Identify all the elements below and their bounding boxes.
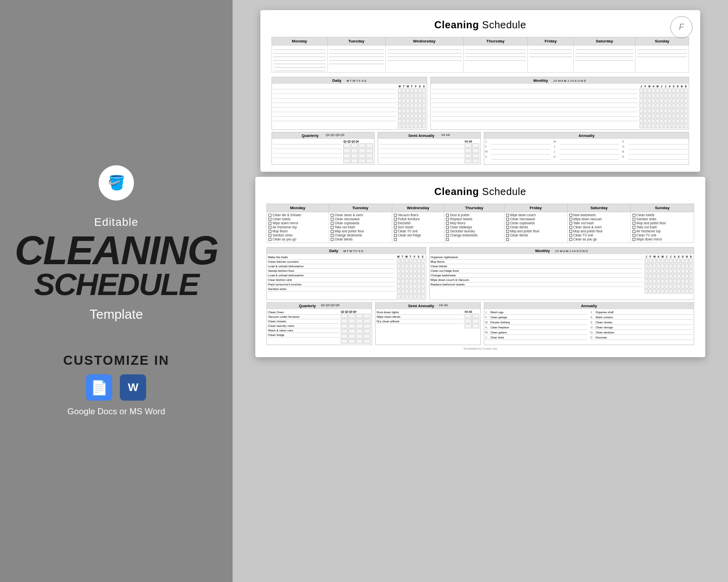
list-item: Declutter laundry bbox=[446, 229, 502, 233]
semi-annually-content: H1H2 bbox=[378, 139, 480, 164]
b-day-header-sat: Saturday bbox=[567, 204, 630, 212]
bottom-title-bold: Cleaning bbox=[434, 186, 479, 197]
list-item bbox=[432, 108, 638, 112]
list-item: Load & unload dishwasher bbox=[268, 264, 395, 269]
list-item bbox=[273, 108, 396, 112]
list-item: Clean cupboards bbox=[506, 221, 566, 225]
list-item: Wash & clean cars bbox=[268, 328, 340, 333]
list-item: Vacuum floors bbox=[394, 213, 443, 217]
list-item: DDecorate bbox=[590, 335, 693, 340]
list-item bbox=[628, 145, 688, 150]
list-item: Clean kitchen counters bbox=[268, 260, 395, 264]
b-annually-content: JWash rugs FClean garage MDonate clothin… bbox=[484, 309, 694, 341]
b-quarterly-grid: Q1Q2Q3Q4 bbox=[341, 310, 371, 344]
list-item: Clean microwave bbox=[506, 217, 566, 221]
list-item: Clean cupboards bbox=[331, 221, 390, 225]
list-item bbox=[491, 140, 551, 144]
b-monthly-grid: JFMAMJJASOND bbox=[645, 255, 693, 294]
list-item: Take out trash bbox=[632, 225, 692, 229]
list-item: Sanitize sinks bbox=[632, 217, 692, 221]
semi-annually-section: Semi Annually H1 H2 H1H2 bbox=[378, 132, 481, 165]
list-item bbox=[432, 103, 638, 108]
list-item: OClean storage bbox=[590, 325, 693, 330]
bottom-weekly-table: Monday Tuesday Wednesday Thursday Friday… bbox=[266, 204, 694, 243]
list-item: Mop floors bbox=[431, 260, 644, 264]
list-item: Replace towels bbox=[446, 217, 502, 221]
list-item: FClean garage bbox=[485, 315, 587, 320]
quarterly-header: Quarterly Q1 Q2 Q3 Q4 bbox=[272, 132, 374, 139]
list-item: NClean windows bbox=[590, 330, 693, 335]
top-card-title: Cleaning Schedule bbox=[271, 19, 689, 31]
list-item bbox=[491, 145, 551, 150]
list-item: Dust down lights bbox=[377, 310, 464, 315]
list-item: Sanitize sinks bbox=[268, 233, 327, 237]
list-item: JWash rugs bbox=[485, 310, 587, 315]
customize-in-label: CUSTOMIZE IN bbox=[63, 353, 169, 368]
daily-section: Daily M T W T F S S bbox=[271, 77, 427, 130]
schedule-title: SCHEDULE bbox=[34, 270, 198, 300]
b-monthly-header: Monthly J F M A M J J A S O N D bbox=[430, 248, 694, 254]
list-item: MDonate clothing bbox=[485, 320, 587, 325]
daily-content: MTWTFSS bbox=[272, 84, 427, 129]
list-item: MClean gutters bbox=[485, 330, 587, 335]
list-item: Clean toilets bbox=[268, 217, 327, 221]
list-item bbox=[379, 149, 464, 154]
b-semi-annually-labels: Dust down lights Wipe down blinds Dry cl… bbox=[377, 310, 464, 328]
list-item: Clean blinds bbox=[431, 264, 644, 269]
list-item: Dust & polish bbox=[446, 213, 502, 217]
cleaning-icon: 🪣 bbox=[99, 165, 134, 201]
top-footer-sections: Quarterly Q1 Q2 Q3 Q4 Q1Q2Q3Q4 bbox=[271, 132, 689, 165]
b-quarterly-labels: Clean Oven Vacuum under furniture Clean … bbox=[268, 310, 340, 344]
bottom-bottom-sections: Daily M T W T F S S Make the beds Clean … bbox=[266, 247, 694, 300]
top-title-normal: Schedule bbox=[479, 19, 526, 30]
day-header-tue: Tuesday bbox=[327, 37, 385, 45]
table-row: Clean tile & Shower Clean toilets Wipe d… bbox=[267, 212, 694, 243]
day-header-wed: Wednesday bbox=[385, 37, 463, 45]
ms-word-icon: W bbox=[120, 374, 146, 401]
list-item bbox=[273, 117, 396, 121]
top-title-bold: Cleaning bbox=[434, 19, 479, 30]
list-item bbox=[560, 155, 619, 160]
b-daily-section: Daily M T W T F S S Make the beds Clean … bbox=[266, 247, 426, 300]
list-item: Change bedsheets bbox=[331, 233, 390, 237]
b-annually-section: Annually JWash rugs FClean garage MDonat… bbox=[484, 302, 694, 345]
annually-labels: J F M A bbox=[485, 140, 551, 160]
annually-content: J F M A M J J A S O N D bbox=[484, 139, 689, 161]
list-item: Clean stove & oven bbox=[569, 225, 629, 229]
list-item: Wipe down couch & Vacuum bbox=[431, 278, 644, 282]
list-item bbox=[560, 140, 619, 144]
list-item bbox=[273, 103, 396, 108]
list-item: Make the beds bbox=[268, 255, 395, 260]
list-item: Mop and polish floor bbox=[569, 229, 629, 233]
list-item: Wipe down mirror bbox=[632, 237, 692, 241]
list-item: Sanitize sinks bbox=[268, 287, 395, 292]
list-item: Sweep kitchen floor bbox=[268, 269, 395, 273]
list-item: AClean fireplace bbox=[485, 325, 587, 330]
list-item: Sort closet bbox=[394, 225, 443, 229]
b-daily-content: Make the beds Clean kitchen counters Loa… bbox=[267, 254, 426, 300]
list-item: Wipe down couch bbox=[506, 213, 566, 217]
semi-annually-labels bbox=[379, 140, 464, 163]
b-quarterly-header: Quarterly Q1 Q2 Q3 Q4 bbox=[267, 303, 372, 309]
list-item bbox=[379, 154, 464, 158]
list-item bbox=[432, 89, 638, 94]
list-item: Change bedsheets bbox=[431, 273, 644, 278]
semi-annually-header: Semi Annually H1 H2 bbox=[378, 132, 480, 139]
list-item: Clear Hallways bbox=[446, 225, 502, 229]
list-item: Clean TV unit bbox=[632, 233, 692, 237]
table-row bbox=[272, 45, 689, 73]
list-item bbox=[432, 112, 638, 117]
list-item: Clear kitchen sink bbox=[268, 278, 395, 282]
list-item: Clean laundry room bbox=[268, 324, 340, 328]
list-item bbox=[273, 99, 396, 103]
top-doc-card: F Cleaning Schedule Monday Tuesday Wedne… bbox=[260, 10, 700, 172]
list-item: Clean fridge bbox=[268, 333, 340, 337]
day-header-mon: Monday bbox=[272, 37, 328, 45]
list-item bbox=[432, 94, 638, 99]
list-item: Clean out fridge food bbox=[431, 269, 644, 273]
list-item: Polish furniture bbox=[394, 217, 443, 221]
list-item: Replace bathroom towels bbox=[431, 282, 644, 287]
customize-section: CUSTOMIZE IN 📄 W Google Docs or MS Word bbox=[63, 353, 169, 417]
b-daily-grid: MTWTFSS bbox=[397, 255, 425, 299]
list-item bbox=[273, 94, 396, 99]
